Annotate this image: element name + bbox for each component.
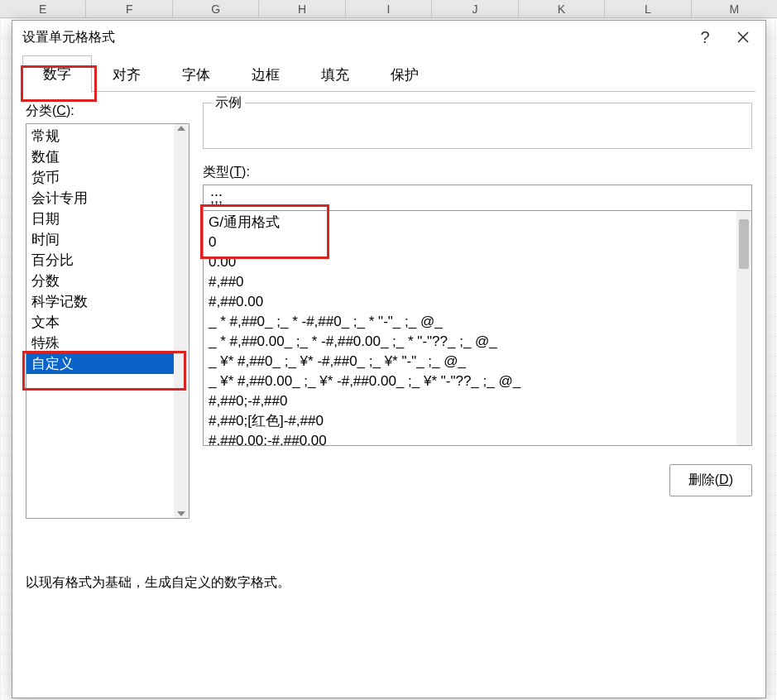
- dialog-title: 设置单元格格式: [22, 29, 686, 46]
- category-label: 分类(C):: [26, 103, 189, 120]
- category-item[interactable]: 文本: [26, 312, 174, 333]
- category-item[interactable]: 常规: [26, 126, 174, 146]
- column-header[interactable]: F: [86, 0, 172, 17]
- dialog-body: 分类(C): 常规数值货币会计专用日期时间百分比分数科学记数文本特殊自定义 示例…: [12, 93, 765, 698]
- category-item[interactable]: 分数: [26, 271, 174, 291]
- format-item[interactable]: _ * #,##0.00_ ;_ * -#,##0.00_ ;_ * "-"??…: [207, 332, 733, 352]
- scrollbar-thumb[interactable]: [739, 219, 749, 269]
- formats-scrollbar[interactable]: [736, 211, 751, 445]
- format-item[interactable]: #,##0.00: [207, 292, 733, 312]
- tab-0[interactable]: 数字: [22, 55, 92, 93]
- tab-2[interactable]: 字体: [161, 56, 231, 93]
- category-item[interactable]: 百分比: [26, 250, 174, 271]
- sample-label: 示例: [212, 94, 245, 112]
- tab-1[interactable]: 对齐: [92, 56, 161, 93]
- delete-button[interactable]: 删除(D): [669, 464, 752, 496]
- formats-listbox[interactable]: G/通用格式00.00#,##0#,##0.00_ * #,##0_ ;_ * …: [203, 211, 752, 446]
- category-item[interactable]: 科学记数: [26, 291, 174, 312]
- category-item[interactable]: 日期: [26, 209, 174, 229]
- tabs: 数字对齐字体边框填充保护: [12, 54, 765, 92]
- category-list[interactable]: 常规数值货币会计专用日期时间百分比分数科学记数文本特殊自定义: [26, 124, 174, 518]
- format-item[interactable]: #,##0;[红色]-#,##0: [207, 411, 733, 431]
- format-item[interactable]: #,##0.00;-#,##0.00: [207, 431, 733, 445]
- column-header[interactable]: G: [173, 0, 259, 17]
- category-scrollbar[interactable]: [174, 124, 189, 518]
- format-item[interactable]: #,##0: [207, 272, 733, 292]
- formats-list[interactable]: G/通用格式00.00#,##0#,##0.00_ * #,##0_ ;_ * …: [204, 211, 736, 445]
- column-header[interactable]: J: [432, 0, 518, 17]
- format-item[interactable]: _ ¥* #,##0_ ;_ ¥* -#,##0_ ;_ ¥* "-"_ ;_ …: [207, 352, 733, 372]
- format-item[interactable]: 0.00: [207, 252, 733, 272]
- tab-5[interactable]: 保护: [370, 56, 439, 93]
- dialog-titlebar: 设置单元格格式 ?: [12, 21, 765, 54]
- close-icon: [737, 28, 749, 47]
- category-item[interactable]: 货币: [26, 167, 174, 188]
- left-column: 分类(C): 常规数值货币会计专用日期时间百分比分数科学记数文本特殊自定义: [26, 103, 189, 698]
- category-item[interactable]: 自定义: [26, 353, 174, 374]
- format-cells-dialog: 设置单元格格式 ? 数字对齐字体边框填充保护 分类(C): 常规数值货币会计专用…: [12, 20, 766, 698]
- hint-text: 以现有格式为基础，生成自定义的数字格式。: [26, 574, 290, 592]
- delete-row: 删除(D): [203, 464, 752, 496]
- column-header[interactable]: L: [605, 0, 691, 17]
- scroll-down-icon: [177, 511, 185, 516]
- format-item[interactable]: G/通用格式: [207, 213, 733, 233]
- column-header[interactable]: H: [259, 0, 345, 17]
- category-listbox[interactable]: 常规数值货币会计专用日期时间百分比分数科学记数文本特殊自定义: [26, 123, 189, 519]
- column-header[interactable]: M: [692, 0, 777, 17]
- format-item[interactable]: _ * #,##0_ ;_ * -#,##0_ ;_ * "-"_ ;_ @_: [207, 312, 733, 332]
- category-item[interactable]: 数值: [26, 146, 174, 167]
- type-label: 类型(T):: [203, 164, 752, 181]
- tab-3[interactable]: 边框: [231, 56, 300, 93]
- help-button[interactable]: ?: [686, 24, 724, 50]
- column-header[interactable]: E: [0, 0, 86, 17]
- format-item[interactable]: 0: [207, 233, 733, 252]
- format-item[interactable]: #,##0;-#,##0: [207, 391, 733, 411]
- category-item[interactable]: 时间: [26, 229, 174, 250]
- column-header[interactable]: I: [346, 0, 432, 17]
- right-column: 示例 类型(T): G/通用格式00.00#,##0#,##0.00_ * #,…: [203, 103, 752, 698]
- close-button[interactable]: [724, 24, 762, 50]
- format-item[interactable]: _ ¥* #,##0.00_ ;_ ¥* -#,##0.00_ ;_ ¥* "-…: [207, 372, 733, 391]
- type-input[interactable]: [203, 185, 752, 211]
- sample-groupbox: 示例: [203, 103, 752, 149]
- category-item[interactable]: 特殊: [26, 333, 174, 353]
- tab-4[interactable]: 填充: [300, 56, 370, 93]
- category-item[interactable]: 会计专用: [26, 188, 174, 209]
- column-header[interactable]: K: [519, 0, 605, 17]
- help-icon: ?: [700, 28, 709, 47]
- scroll-up-icon: [177, 126, 185, 131]
- spreadsheet-column-headers: EFGHIJKLM: [0, 0, 777, 18]
- tab-underline: [22, 91, 755, 92]
